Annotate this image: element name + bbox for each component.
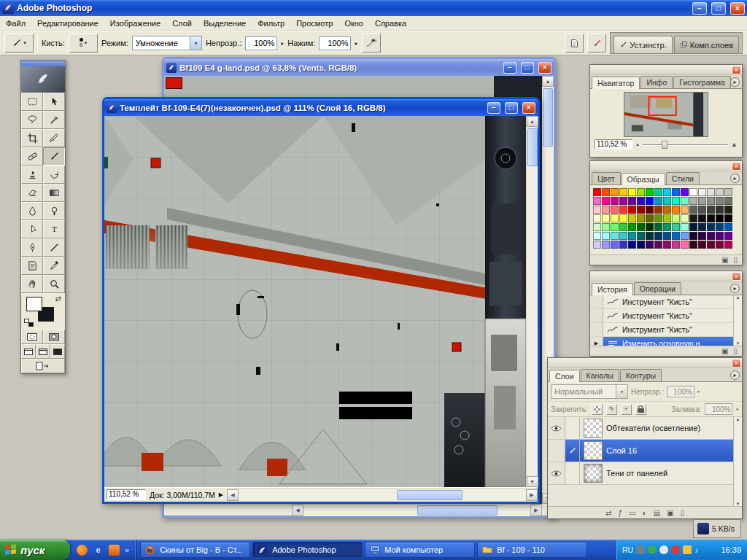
tab-layers[interactable]: Слои (549, 370, 580, 382)
color-swatch[interactable] (637, 241, 645, 249)
tool-lasso[interactable] (21, 111, 43, 129)
tab-actions[interactable]: Операции (634, 282, 681, 295)
close-icon[interactable]: × (732, 272, 741, 281)
color-swatch[interactable] (628, 214, 636, 222)
tool-zoom[interactable] (43, 275, 65, 293)
color-swatch[interactable] (602, 188, 610, 196)
color-swatch[interactable] (716, 197, 724, 205)
lock-paint-icon[interactable]: ✎ (606, 404, 617, 415)
layer-blend-mode-select[interactable]: Нормальный▼ (551, 384, 628, 399)
tab-styles[interactable]: Стили (666, 172, 700, 184)
color-swatch[interactable] (689, 232, 697, 240)
color-swatch[interactable] (593, 232, 601, 240)
tool-shape[interactable] (43, 238, 65, 257)
color-swatch[interactable] (628, 241, 636, 249)
color-swatch[interactable] (593, 197, 601, 205)
fill-slider-icon[interactable]: ▸ (736, 406, 739, 412)
opacity-input[interactable]: 100% (245, 36, 277, 50)
flow-input[interactable]: 100% (319, 36, 351, 50)
toolbox-titlebar[interactable] (21, 61, 65, 66)
link-well[interactable] (565, 417, 580, 439)
tab-info[interactable]: Инфо (640, 76, 673, 88)
trash-icon[interactable]: ▯ (733, 347, 738, 355)
brush-preset-picker[interactable]: 6 ▾ (69, 34, 98, 52)
menu-filter[interactable]: Фильтр (252, 18, 290, 29)
color-swatch[interactable] (611, 188, 619, 196)
tool-presets-tab[interactable]: Уст.инстр. (614, 36, 673, 53)
color-swatch[interactable] (654, 223, 662, 231)
tray-icon[interactable] (659, 545, 668, 554)
tool-healing-brush[interactable] (21, 147, 43, 166)
tab-history[interactable]: История (592, 283, 633, 295)
color-swatch[interactable] (602, 232, 610, 240)
link-icon[interactable]: ⇄ (605, 509, 611, 517)
color-swatch[interactable] (707, 241, 715, 249)
tool-type[interactable]: T (43, 220, 65, 238)
color-swatch[interactable] (663, 214, 671, 222)
color-swatch[interactable] (602, 241, 610, 249)
color-swatch[interactable] (681, 241, 689, 249)
menu-layer[interactable]: Слой (166, 18, 198, 29)
tray-icon[interactable] (683, 545, 692, 554)
new-layer-icon[interactable]: ▣ (667, 509, 673, 517)
opacity-slider-icon[interactable]: ▸ (281, 40, 284, 47)
color-swatch[interactable] (619, 232, 627, 240)
color-swatch[interactable] (689, 206, 697, 214)
color-swatch[interactable] (672, 197, 680, 205)
history-step[interactable]: Инструмент "Кисть" (590, 323, 733, 337)
layers-scrollbar[interactable]: ▲▼ (733, 417, 742, 506)
history-source-well[interactable] (590, 323, 603, 336)
horizontal-scrollbar[interactable]: ◀ ▶ (292, 504, 542, 516)
scroll-thumb[interactable] (527, 128, 538, 166)
color-swatch[interactable] (724, 197, 732, 205)
layer-group-icon[interactable]: ▤ (654, 509, 660, 517)
layer-opacity-value[interactable]: 100% (667, 386, 694, 397)
color-swatch[interactable] (654, 188, 662, 196)
taskbar-window-folder[interactable]: Bf - 109 - 110 (477, 542, 587, 558)
color-swatch[interactable] (716, 232, 724, 240)
tab-navigator[interactable]: Навигатор (592, 77, 640, 89)
tool-slice[interactable] (43, 129, 65, 147)
color-swatch[interactable] (681, 232, 689, 240)
scroll-down-icon[interactable]: ▼ (527, 476, 538, 487)
chevron-more-icon[interactable]: » (125, 545, 129, 554)
fullscreen-button[interactable] (50, 344, 65, 359)
tool-dodge[interactable] (43, 202, 65, 220)
scroll-left-icon[interactable]: ◀ (292, 505, 303, 516)
taskbar-window-photoshop[interactable]: Adobe Photoshop (252, 542, 363, 558)
menu-select[interactable]: Выделение (198, 18, 252, 29)
vertical-scrollbar[interactable]: ▲ ▼ (526, 116, 538, 487)
color-swatch[interactable] (637, 214, 645, 222)
menu-help[interactable]: Справка (369, 18, 412, 29)
layer-thumbnail[interactable] (584, 419, 603, 438)
color-swatch[interactable] (593, 206, 601, 214)
layer-style-icon[interactable]: ƒ (618, 509, 622, 517)
color-swatch[interactable] (637, 232, 645, 240)
taskbar-window-my-computer[interactable]: Мой компьютер (365, 542, 475, 558)
minimize-button[interactable]: − (503, 62, 516, 74)
color-swatch[interactable] (663, 223, 671, 231)
color-swatch[interactable] (619, 223, 627, 231)
tab-swatches[interactable]: Образцы (622, 173, 665, 185)
color-swatch[interactable] (689, 188, 697, 196)
color-swatch[interactable] (707, 214, 715, 222)
palette-titlebar[interactable]: × (548, 358, 742, 368)
navigator-preview[interactable] (624, 92, 708, 137)
scroll-thumb[interactable] (417, 505, 498, 516)
history-source-well[interactable] (590, 309, 603, 322)
color-swatch[interactable] (663, 232, 671, 240)
color-swatch[interactable] (716, 214, 724, 222)
quick-mask-button[interactable] (43, 330, 65, 344)
color-swatch[interactable] (637, 188, 645, 196)
color-swatch[interactable] (619, 214, 627, 222)
new-document-icon[interactable]: ▣ (721, 347, 728, 355)
tool-rectangular-marquee[interactable] (21, 93, 43, 111)
color-swatch[interactable] (611, 214, 619, 222)
color-swatch[interactable] (672, 223, 680, 231)
color-swatch[interactable] (707, 206, 715, 214)
app-titlebar[interactable]: Adobe Photoshop − □ × (0, 0, 747, 16)
color-swatch[interactable] (681, 197, 689, 205)
tool-brush[interactable] (43, 147, 65, 166)
current-tool-button[interactable]: ▾ (4, 34, 34, 52)
color-swatch[interactable] (698, 206, 706, 214)
